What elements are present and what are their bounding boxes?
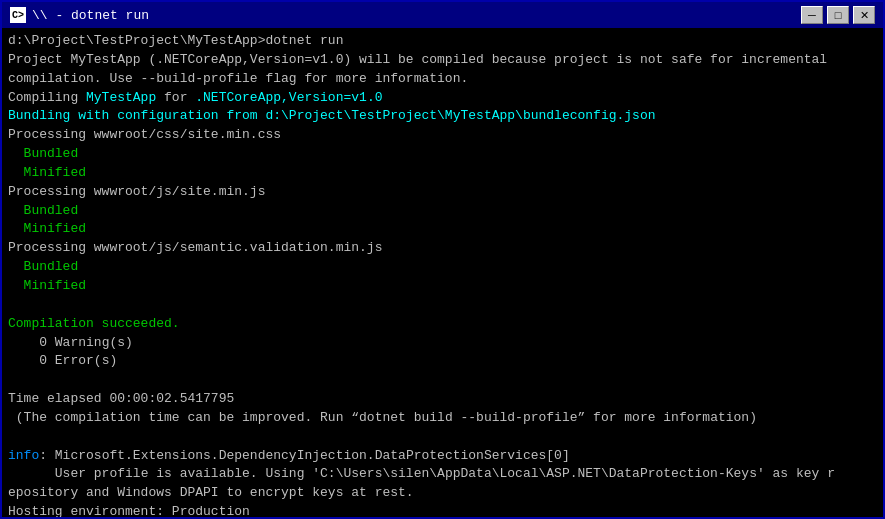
line-hosting-env: Hosting environment: Production xyxy=(8,503,879,519)
line-minified-2: Minified xyxy=(8,220,879,239)
terminal-output: d:\Project\TestProject\MyTestApp>dotnet … xyxy=(0,28,885,519)
title-bar: C> \\ - dotnet run ─ □ ✕ xyxy=(0,0,885,28)
line-info: info: Microsoft.Extensions.DependencyInj… xyxy=(8,447,879,466)
line-warnings: 0 Warning(s) xyxy=(8,334,879,353)
minimize-button[interactable]: ─ xyxy=(801,6,823,24)
line-compiling: Compiling MyTestApp for .NETCoreApp,Vers… xyxy=(8,89,879,108)
line-blank-2 xyxy=(8,371,879,390)
line-proc-js: Processing wwwroot/js/site.min.js xyxy=(8,183,879,202)
line-improve-hint: (The compilation time can be improved. R… xyxy=(8,409,879,428)
window-title: \\ - dotnet run xyxy=(32,8,149,23)
line-elapsed: Time elapsed 00:00:02.5417795 xyxy=(8,390,879,409)
line-bundled-3: Bundled xyxy=(8,258,879,277)
line-bundling: Bundling with configuration from d:\Proj… xyxy=(8,107,879,126)
line-bundled-2: Bundled xyxy=(8,202,879,221)
close-button[interactable]: ✕ xyxy=(853,6,875,24)
line-blank-3 xyxy=(8,428,879,447)
line-minified-1: Minified xyxy=(8,164,879,183)
line-prompt: d:\Project\TestProject\MyTestApp>dotnet … xyxy=(8,32,879,51)
line-blank-1 xyxy=(8,296,879,315)
line-proc-css: Processing wwwroot/css/site.min.css xyxy=(8,126,879,145)
title-bar-controls: ─ □ ✕ xyxy=(801,6,875,24)
title-bar-left: C> \\ - dotnet run xyxy=(10,7,149,23)
line-compilation-success: Compilation succeeded. xyxy=(8,315,879,334)
terminal-icon: C> xyxy=(10,7,26,23)
line-compile-warn: Project MyTestApp (.NETCoreApp,Version=v… xyxy=(8,51,879,89)
line-minified-3: Minified xyxy=(8,277,879,296)
maximize-button[interactable]: □ xyxy=(827,6,849,24)
line-user-profile: User profile is available. Using 'C:\Use… xyxy=(8,465,879,503)
line-bundled-1: Bundled xyxy=(8,145,879,164)
line-errors: 0 Error(s) xyxy=(8,352,879,371)
line-proc-semantic: Processing wwwroot/js/semantic.validatio… xyxy=(8,239,879,258)
